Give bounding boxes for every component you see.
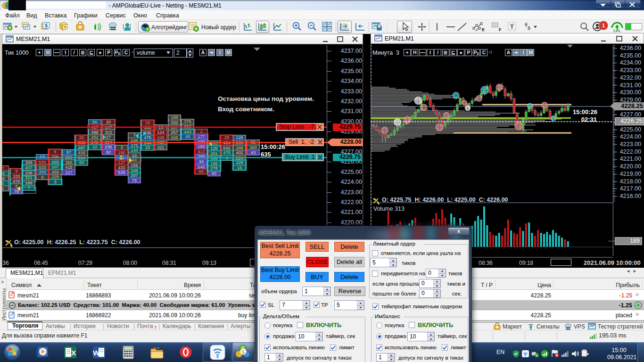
svg-text:475: 475: [131, 143, 138, 148]
svg-text:407: 407: [25, 165, 33, 170]
svg-text:230: 230: [105, 145, 112, 149]
svg-text:34: 34: [199, 159, 204, 164]
svg-text:75: 75: [132, 178, 137, 183]
svg-text:LVL: LVL: [613, 28, 620, 33]
svg-text:642: 642: [223, 146, 231, 150]
svg-text:203: 203: [51, 160, 59, 165]
svg-text:303: 303: [105, 130, 112, 135]
svg-text:28: 28: [224, 135, 229, 140]
svg-text:207: 207: [131, 173, 138, 178]
svg-text:203: 203: [39, 170, 46, 174]
svg-text:27: 27: [106, 135, 111, 140]
svg-text:376: 376: [184, 119, 191, 124]
svg-text:198: 198: [171, 115, 178, 120]
svg-text:348: 348: [210, 156, 218, 161]
svg-text:383: 383: [249, 145, 257, 150]
svg-text:533: 533: [39, 165, 46, 170]
svg-text:5: 5: [15, 184, 17, 189]
svg-text:7: 7: [133, 133, 135, 138]
svg-text:3: 3: [54, 180, 56, 184]
svg-text:333: 333: [13, 174, 20, 179]
svg-text:43: 43: [251, 150, 256, 155]
svg-text:F: F: [499, 27, 502, 32]
svg-text:257: 257: [171, 130, 178, 135]
svg-text:5: 5: [64, 25, 66, 29]
svg-text:413: 413: [198, 149, 205, 154]
svg-text:50: 50: [79, 160, 84, 165]
svg-text:632: 632: [39, 160, 46, 165]
svg-text:45: 45: [185, 134, 190, 139]
svg-text:159: 159: [131, 163, 138, 168]
svg-text:10: 10: [92, 145, 97, 149]
svg-text:498: 498: [91, 130, 99, 135]
svg-text:297: 297: [78, 146, 85, 150]
svg-text:365: 365: [65, 160, 73, 165]
svg-text:476: 476: [13, 179, 20, 184]
svg-text:252: 252: [91, 135, 99, 140]
svg-text:208: 208: [25, 171, 33, 175]
svg-text:5: 5: [242, 349, 245, 355]
svg-text:20: 20: [106, 120, 111, 124]
svg-text:203: 203: [51, 170, 59, 174]
svg-text:W: W: [93, 349, 100, 357]
svg-text:60: 60: [212, 171, 216, 176]
svg-text:16: 16: [237, 165, 242, 170]
svg-text:124: 124: [157, 130, 165, 135]
svg-text:142: 142: [198, 165, 205, 169]
svg-text:7: 7: [27, 185, 30, 190]
svg-text:416: 416: [78, 150, 85, 155]
svg-text:X: X: [71, 349, 76, 357]
svg-text:426: 426: [171, 135, 178, 140]
svg-text:80: 80: [106, 150, 111, 155]
svg-text:9: 9: [15, 169, 17, 173]
svg-text:1: 1: [602, 23, 605, 28]
svg-text:402: 402: [236, 150, 243, 155]
svg-text:332: 332: [171, 120, 178, 125]
svg-text:8: 8: [54, 149, 56, 154]
svg-text:180: 180: [118, 150, 125, 155]
svg-text:309: 309: [25, 160, 33, 165]
svg-text:415: 415: [65, 165, 73, 170]
svg-text:726: 726: [51, 155, 59, 159]
svg-text:180: 180: [198, 144, 205, 149]
svg-text:445: 445: [157, 135, 165, 140]
svg-text:229: 229: [51, 174, 59, 179]
svg-text:100: 100: [198, 140, 205, 144]
svg-text:443: 443: [184, 130, 191, 134]
svg-text:127: 127: [118, 160, 125, 165]
svg-text:144: 144: [131, 148, 138, 153]
svg-text:421: 421: [157, 145, 165, 150]
svg-text:525: 525: [118, 170, 125, 175]
svg-text:44: 44: [132, 158, 137, 163]
svg-text:288: 288: [198, 154, 205, 159]
svg-text:199: 199: [210, 161, 218, 166]
svg-text:18: 18: [145, 145, 150, 150]
svg-text:475: 475: [223, 150, 231, 155]
svg-text:278: 278: [210, 166, 218, 171]
svg-text:26: 26: [79, 135, 84, 140]
svg-text:321: 321: [25, 175, 33, 180]
svg-text:177: 177: [198, 134, 205, 139]
svg-text:281: 281: [210, 151, 218, 156]
svg-text:299: 299: [236, 146, 243, 150]
svg-text:60: 60: [199, 169, 204, 174]
svg-text:229: 229: [236, 160, 243, 165]
svg-text:$: $: [45, 23, 48, 28]
svg-text:217: 217: [65, 170, 73, 175]
svg-text:348: 348: [131, 168, 138, 173]
svg-text:168: 168: [25, 181, 33, 185]
svg-text:433: 433: [118, 165, 125, 170]
svg-text:126: 126: [236, 135, 243, 140]
svg-text:87: 87: [66, 150, 71, 155]
svg-text:6: 6: [41, 175, 43, 180]
svg-text:78: 78: [14, 189, 19, 194]
svg-text:125: 125: [210, 146, 218, 151]
svg-text:56: 56: [92, 120, 97, 124]
svg-text:475: 475: [144, 135, 151, 140]
svg-text:E: E: [482, 27, 485, 32]
svg-text:1: 1: [200, 129, 202, 134]
svg-text:3: 3: [120, 145, 123, 150]
svg-text:19: 19: [145, 120, 150, 125]
svg-text:107: 107: [51, 165, 59, 169]
svg-text:T: T: [510, 24, 514, 30]
